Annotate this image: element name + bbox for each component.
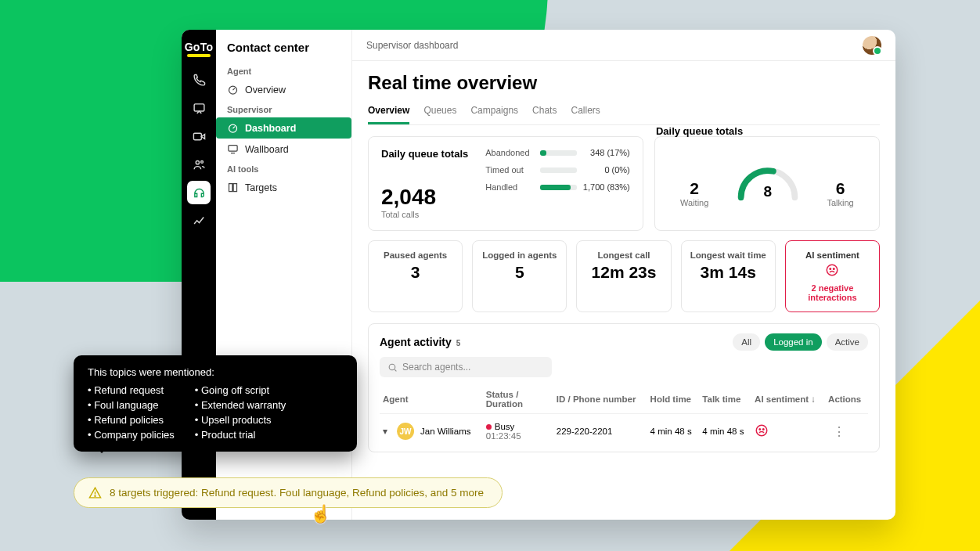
tooltip-item: Company policies — [88, 427, 175, 442]
status-duration: 01:23:45 — [486, 431, 550, 441]
metric-loggedin: Logged in agents 5 — [472, 240, 567, 312]
analytics-icon[interactable] — [187, 209, 211, 232]
tab-queues[interactable]: Queues — [423, 100, 456, 124]
sidebar-item-label: Targets — [245, 182, 277, 193]
agent-activity-card: Agent activity5 All Logged in Active Sea… — [368, 323, 880, 452]
filter-active[interactable]: Active — [827, 333, 868, 351]
content: Real time overview Overview Queues Campa… — [352, 61, 895, 452]
metric-value: 5 — [479, 263, 560, 282]
waiting-label: Waiting — [680, 198, 708, 207]
metric-sentiment[interactable]: AI sentiment 2 negative interactions — [785, 240, 880, 312]
frown-icon — [792, 263, 873, 280]
phone-icon[interactable] — [187, 68, 211, 92]
col-status[interactable]: Status / Duration — [483, 385, 553, 414]
brand-logo: GoTo — [185, 41, 214, 63]
agent-initials: JW — [397, 423, 414, 440]
sort-down-icon: ↓ — [811, 394, 816, 404]
total-calls-label: Total calls — [381, 210, 468, 219]
gauge: Daily queue totals 8 — [734, 163, 802, 205]
talking-stat: . 6 Talking — [827, 160, 853, 207]
svg-point-14 — [95, 495, 95, 496]
waiting-stat: . 2 Waiting — [680, 160, 708, 207]
tooltip-item: Upsell products — [195, 412, 286, 427]
tab-callers[interactable]: Callers — [571, 100, 600, 124]
bar-handled: Handled 1,700 (83%) — [485, 182, 630, 192]
gauge-card: . 2 Waiting Daily queue totals 8 . — [654, 136, 880, 231]
row-actions-menu[interactable]: ⋮ — [828, 425, 850, 438]
metrics-row: Paused agents 3 Logged in agents 5 Longe… — [368, 240, 880, 312]
filter-all[interactable]: All — [733, 333, 760, 351]
queue-bars: Abandoned 348 (17%) Timed out 0 (0%) Han… — [485, 148, 630, 219]
headset-icon[interactable] — [187, 181, 211, 204]
sidebar-item-label: Dashboard — [245, 123, 296, 134]
book-icon — [227, 182, 239, 193]
tabs: Overview Queues Campaigns Chats Callers — [368, 100, 880, 125]
svg-point-10 — [389, 364, 395, 370]
svg-rect-6 — [229, 146, 237, 152]
chevron-down-icon[interactable]: ▾ — [383, 426, 391, 437]
tab-chats[interactable]: Chats — [532, 100, 557, 124]
sidebar-item-label: Overview — [245, 85, 286, 95]
metric-value: 3 — [375, 263, 456, 282]
bar-abandoned: Abandoned 348 (17%) — [485, 148, 630, 157]
search-input[interactable]: Search agents... — [380, 357, 552, 377]
activity-count: 5 — [456, 339, 461, 348]
gauge-icon — [227, 84, 239, 95]
metric-title: Logged in agents — [479, 250, 560, 260]
tooltip-item: Going off script — [195, 383, 286, 398]
people-icon[interactable] — [187, 153, 211, 176]
tooltip-title: This topics were mentioned: — [88, 366, 343, 378]
tab-campaigns[interactable]: Campaigns — [470, 100, 518, 124]
sidebar-item-wallboard[interactable]: Wallboard — [216, 139, 351, 160]
bar-timedout: Timed out 0 (0%) — [485, 165, 630, 175]
table-row[interactable]: ▾ JW Jan Williams Busy 01:23:45 229-220-… — [380, 414, 868, 449]
filter-loggedin[interactable]: Logged in — [765, 333, 822, 351]
sidebar-item-targets[interactable]: Targets — [216, 177, 351, 198]
bar-label: Handled — [485, 182, 535, 192]
search-placeholder: Search agents... — [402, 362, 470, 373]
bar-value: 1,700 (83%) — [582, 182, 630, 192]
main-area: Supervisor dashboard Real time overview … — [352, 30, 895, 520]
bar-label: Abandoned — [485, 148, 535, 157]
tooltip-item: Extended warranty — [195, 398, 286, 412]
col-actions: Actions — [825, 385, 868, 414]
topbar: Supervisor dashboard — [352, 30, 895, 61]
metric-value: 3m 14s — [688, 263, 769, 282]
svg-point-12 — [759, 429, 761, 430]
row-sentiment — [751, 414, 825, 449]
breadcrumb: Supervisor dashboard — [366, 40, 458, 51]
metric-longest-call: Longest call 12m 23s — [576, 240, 671, 312]
col-agent[interactable]: Agent — [380, 385, 483, 414]
metric-subtitle: 2 negative interactions — [792, 283, 873, 302]
metric-title: AI sentiment — [792, 250, 873, 260]
chat-icon[interactable] — [187, 96, 211, 120]
activity-title: Agent activity5 — [380, 336, 460, 348]
tooltip-item: Refund request — [88, 383, 175, 398]
tooltip-col2: Going off script Extended warranty Upsel… — [195, 383, 286, 442]
svg-point-2 — [196, 160, 199, 164]
col-phone[interactable]: ID / Phone number — [553, 385, 647, 414]
sidebar-item-dashboard[interactable]: Dashboard — [216, 117, 351, 139]
metric-title: Paused agents — [375, 250, 456, 260]
targets-alert-pill[interactable]: 8 targets triggered: Refund request. Fou… — [74, 477, 503, 508]
col-sentiment[interactable]: AI sentiment ↓ — [751, 385, 825, 414]
status-dot-icon — [486, 424, 492, 430]
svg-point-13 — [763, 429, 765, 430]
avatar[interactable] — [863, 36, 881, 55]
bar-value: 0 (0%) — [582, 165, 630, 175]
video-icon[interactable] — [187, 124, 211, 148]
col-hold[interactable]: Hold time — [647, 385, 700, 414]
pill-text: 8 targets triggered: Refund request. Fou… — [110, 487, 484, 499]
hold-time: 4 min 48 s — [647, 414, 700, 449]
metric-value: 12m 23s — [583, 263, 664, 282]
talking-value: 6 — [827, 179, 853, 198]
metric-longest-wait: Longest wait time 3m 14s — [681, 240, 776, 312]
phone-number: 229-220-2201 — [553, 414, 647, 449]
sidebar-item-overview[interactable]: Overview — [216, 79, 351, 100]
gauge-icon — [227, 122, 239, 134]
bar-value: 348 (17%) — [582, 148, 630, 157]
group-aitools: AI tools — [216, 160, 351, 177]
col-talk[interactable]: Talk time — [699, 385, 751, 414]
side-panel-title: Contact center — [216, 41, 351, 62]
tab-overview[interactable]: Overview — [368, 100, 409, 124]
